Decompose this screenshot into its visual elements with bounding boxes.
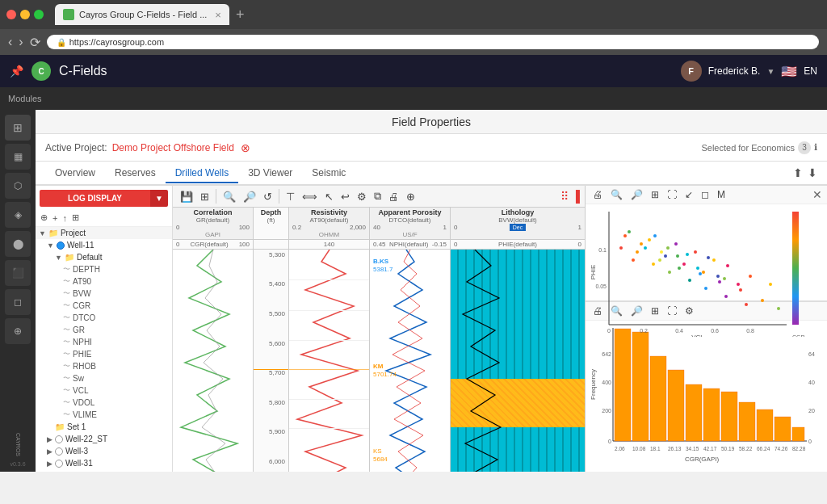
log-tool-depth[interactable]: ⊤ bbox=[283, 189, 297, 204]
tree-item-gr[interactable]: 〜 GR bbox=[36, 324, 172, 336]
nav-back[interactable]: ‹ bbox=[8, 35, 12, 49]
log-tool-scatter-dots[interactable]: ⠿ bbox=[560, 190, 569, 203]
svg-text:74.26: 74.26 bbox=[775, 446, 788, 452]
log-tool-cursor[interactable]: ↖ bbox=[322, 189, 336, 204]
url-text: https://cayrosgroup.com bbox=[69, 37, 164, 47]
url-bar[interactable]: 🔒 https://cayrosgroup.com bbox=[47, 35, 819, 49]
info-icon[interactable]: ℹ bbox=[814, 142, 817, 153]
log-tool-print[interactable]: 🖨 bbox=[386, 189, 401, 204]
log-tool-zoom-in[interactable]: 🔍 bbox=[220, 189, 238, 204]
tree-item-well31[interactable]: ▶ Well-31 bbox=[36, 457, 172, 469]
tree-item-nphi[interactable]: 〜 NPHI bbox=[36, 336, 172, 348]
log-tool-bar-chart[interactable]: ▐ bbox=[572, 190, 580, 203]
well-tool-add[interactable]: + bbox=[51, 211, 59, 225]
log-tool-width[interactable]: ⟺ bbox=[300, 189, 320, 204]
tree-item-well32[interactable]: ▶ Well-32 bbox=[36, 469, 172, 472]
lithology-curve-svg bbox=[451, 250, 531, 472]
sidebar-icon-3[interactable]: ⬡ bbox=[5, 173, 31, 199]
tree-item-well22[interactable]: ▶ Well-22_ST bbox=[36, 433, 172, 445]
tree-item-set1[interactable]: 📁 Set 1 bbox=[36, 421, 172, 433]
tab-new[interactable]: + bbox=[236, 6, 245, 23]
tree-item-bvw[interactable]: 〜 BVW bbox=[36, 288, 172, 300]
selected-economics: Selected for Economics 3 ℹ bbox=[701, 141, 817, 154]
tab-seismic[interactable]: Seismic bbox=[302, 164, 355, 183]
svg-point-16 bbox=[668, 271, 671, 274]
inner-content: LOG DISPLAY ▼ ⊕ + ↑ ⊞ ▼ 📁 Project bbox=[36, 186, 827, 472]
nav-forward[interactable]: › bbox=[19, 35, 23, 49]
well-tool-up[interactable]: ↑ bbox=[61, 211, 69, 225]
tree-item-cgr[interactable]: 〜 CGR bbox=[36, 300, 172, 312]
tree-item-at90[interactable]: 〜 AT90 bbox=[36, 275, 172, 288]
log-col-porosity: B.KS 5381.7 KM 5701.74 KS 5684 JST 5887 bbox=[370, 250, 451, 472]
scatter-expand-btn[interactable]: ⛶ bbox=[665, 188, 679, 201]
tab-overview[interactable]: Overview bbox=[45, 164, 105, 183]
modules-label[interactable]: Modules bbox=[8, 94, 42, 103]
svg-rect-73 bbox=[792, 427, 804, 441]
tree-item-well3[interactable]: ▶ Well-3 bbox=[36, 445, 172, 457]
tab-close[interactable]: × bbox=[215, 9, 221, 21]
tree-item-sw[interactable]: 〜 Sw bbox=[36, 372, 172, 384]
tab-reserves[interactable]: Reserves bbox=[105, 164, 166, 183]
log-display-dropdown-btn[interactable]: ▼ bbox=[150, 190, 168, 207]
tree-item-project[interactable]: ▼ 📁 Project bbox=[36, 227, 172, 239]
log-tool-refresh[interactable]: ↺ bbox=[261, 189, 275, 204]
dot-red[interactable] bbox=[6, 10, 16, 19]
window-controls bbox=[6, 10, 44, 19]
tree-item-vdol[interactable]: 〜 VDOL bbox=[36, 397, 172, 409]
sidebar-icon-4[interactable]: ◈ bbox=[5, 202, 31, 228]
tree-item-rhob[interactable]: 〜 RHOB bbox=[36, 360, 172, 372]
scatter-print-btn[interactable]: 🖨 bbox=[590, 188, 605, 201]
log-tool-save[interactable]: 💾 bbox=[178, 189, 195, 204]
log-tool-plus[interactable]: ⊕ bbox=[404, 189, 418, 204]
dot-yellow[interactable] bbox=[20, 10, 30, 19]
pin-icon[interactable]: 📌 bbox=[10, 65, 23, 78]
sidebar-icon-2[interactable]: ▦ bbox=[5, 144, 31, 170]
log-display-button[interactable]: LOG DISPLAY bbox=[40, 190, 150, 207]
tree-item-vcl[interactable]: 〜 VCL bbox=[36, 384, 172, 397]
log-tool-table[interactable]: ⊞ bbox=[198, 189, 212, 204]
sidebar-icon-5[interactable]: ⬤ bbox=[5, 231, 31, 257]
svg-point-47 bbox=[694, 250, 697, 254]
svg-point-11 bbox=[619, 246, 623, 250]
log-tool-zoom-out[interactable]: 🔎 bbox=[241, 189, 258, 204]
svg-rect-64 bbox=[632, 332, 649, 441]
scatter-close-btn[interactable]: ✕ bbox=[812, 188, 822, 201]
tree-item-phie[interactable]: 〜 PHIE bbox=[36, 348, 172, 360]
log-tool-undo[interactable]: ↩ bbox=[338, 189, 352, 204]
sidebar-icon-1[interactable]: ⊞ bbox=[5, 115, 31, 141]
browser-tab[interactable]: Cayros Group C-Fields - Field ... × bbox=[55, 4, 229, 25]
scatter-zoom-in-btn[interactable]: 🔍 bbox=[608, 188, 625, 201]
svg-text:58.22: 58.22 bbox=[739, 446, 753, 452]
nav-refresh[interactable]: ⟳ bbox=[30, 35, 40, 50]
well-tool-more[interactable]: ⊞ bbox=[70, 211, 81, 225]
log-tool-copy[interactable]: ⧉ bbox=[372, 188, 384, 204]
scatter-fit-btn[interactable]: ⊞ bbox=[649, 188, 661, 201]
scatter-zoom-out-btn[interactable]: 🔎 bbox=[628, 188, 645, 201]
tree-item-depth[interactable]: 〜 DEPTH bbox=[36, 263, 172, 275]
right-panel: 🖨 🔍 🔎 ⊞ ⛶ ↙ ◻ M ✕ bbox=[585, 186, 827, 472]
tab-download-icon[interactable]: ⬆ bbox=[793, 166, 803, 179]
tree-item-dtco[interactable]: 〜 DTCO bbox=[36, 312, 172, 324]
log-tool-settings[interactable]: ⚙ bbox=[355, 189, 369, 204]
well-tool-target[interactable]: ⊕ bbox=[39, 211, 49, 225]
tree-item-vlime[interactable]: 〜 VLIME bbox=[36, 409, 172, 421]
sidebar-icon-6[interactable]: ⬛ bbox=[5, 260, 31, 286]
svg-point-24 bbox=[745, 303, 748, 306]
dot-green[interactable] bbox=[34, 10, 44, 19]
active-project-name[interactable]: Demo Project Offshore Field bbox=[112, 142, 234, 153]
tree-item-default[interactable]: ▼ 📁 Default bbox=[36, 251, 172, 263]
scatter-m-btn[interactable]: M bbox=[715, 188, 728, 201]
tab-3d-viewer[interactable]: 3D Viewer bbox=[238, 164, 302, 183]
user-avatar[interactable]: F bbox=[681, 61, 702, 82]
sidebar-icon-8[interactable]: ⊕ bbox=[5, 318, 31, 344]
dec-badge: Dec bbox=[510, 224, 526, 231]
col-header-resistivity: Resistivity AT90(default) 0.2 2,000 OHMM bbox=[289, 208, 370, 239]
scatter-select-btn[interactable]: ↙ bbox=[682, 188, 695, 201]
tab-drilled-wells[interactable]: Drilled Wells bbox=[166, 164, 238, 183]
tree-item-well11[interactable]: ▼ Well-11 bbox=[36, 239, 172, 251]
scatter-lasso-btn[interactable]: ◻ bbox=[699, 188, 712, 201]
tab-favicon bbox=[63, 9, 74, 20]
tab-upload-icon[interactable]: ⬇ bbox=[808, 166, 817, 179]
log-col-resistivity bbox=[289, 250, 370, 472]
sidebar-icon-7[interactable]: ◻ bbox=[5, 289, 31, 315]
